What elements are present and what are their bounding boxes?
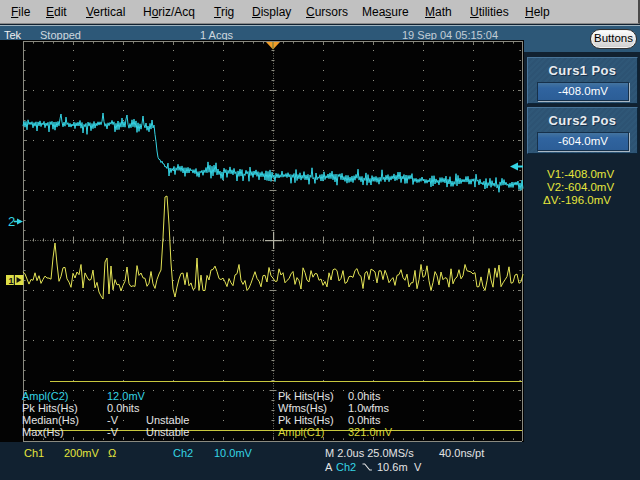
svg-text:1: 1 [9, 276, 14, 286]
